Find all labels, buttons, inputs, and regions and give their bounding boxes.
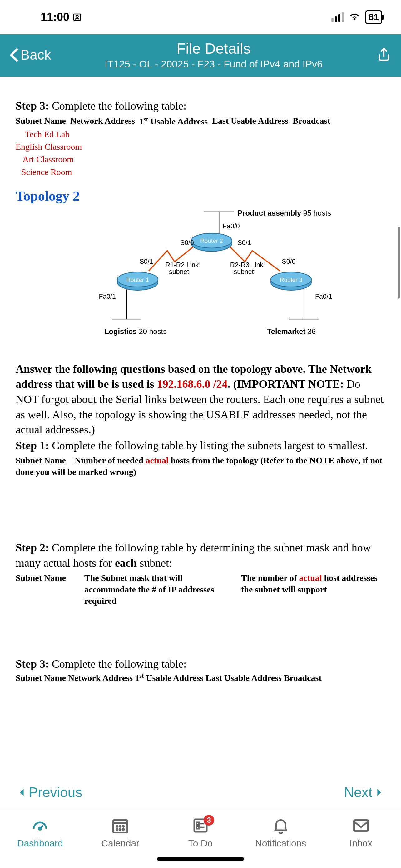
person-card-icon bbox=[72, 12, 82, 22]
topology-title: Topology 2 bbox=[15, 187, 386, 205]
tab-todo[interactable]: 3 To Do bbox=[161, 816, 241, 849]
next-button[interactable]: Next bbox=[344, 784, 382, 800]
step1-headers: Subnet Name Number of needed actual host… bbox=[15, 455, 386, 478]
next-label: Next bbox=[344, 784, 372, 800]
back-label: Back bbox=[21, 47, 51, 63]
label-fa00: Fa0/0 bbox=[223, 222, 240, 230]
label-logistics: Logistics 20 hosts bbox=[104, 328, 167, 336]
calendar-icon bbox=[111, 816, 130, 835]
label-telemarket: Telemarket 36 bbox=[267, 328, 316, 336]
svg-point-22 bbox=[120, 829, 121, 830]
gauge-icon bbox=[31, 816, 49, 835]
step2-title: Step 2: Complete the following table by … bbox=[15, 540, 386, 570]
label-router1: Router 1 bbox=[126, 277, 149, 283]
todo-badge: 3 bbox=[204, 815, 214, 826]
label-router3: Router 3 bbox=[280, 277, 303, 283]
label-s01b: S0/1 bbox=[140, 258, 153, 265]
svg-rect-27 bbox=[196, 827, 199, 829]
bottom-step3-headers: Subnet Name Network Address 1st Usable A… bbox=[15, 672, 386, 684]
document-content[interactable]: Step 3: Complete the following table: Su… bbox=[0, 77, 401, 775]
tab-inbox[interactable]: Inbox bbox=[321, 816, 401, 849]
step2-headers: Subnet Name The Subnet mask that will ac… bbox=[15, 572, 386, 607]
bell-icon bbox=[271, 816, 290, 835]
top-step3-headers: Subnet Name Network Address 1st Usable A… bbox=[15, 115, 386, 127]
tab-inbox-label: Inbox bbox=[349, 838, 372, 849]
instructions-paragraph: Answer the following questions based on … bbox=[15, 362, 386, 437]
svg-line-15 bbox=[40, 826, 43, 829]
tab-calendar-label: Calendar bbox=[101, 838, 139, 849]
svg-rect-29 bbox=[354, 820, 368, 831]
row-tech-ed: Tech Ed Lab bbox=[15, 129, 386, 140]
triangle-left-icon bbox=[19, 788, 25, 797]
topology-diagram: Product assembly 95 hosts Fa0/0 Router 2… bbox=[15, 205, 386, 362]
svg-rect-25 bbox=[196, 823, 199, 825]
label-s01a: S0/1 bbox=[237, 239, 251, 247]
label-s00a: S0/0 bbox=[180, 239, 194, 247]
tab-calendar[interactable]: Calendar bbox=[80, 816, 161, 849]
label-s00b: S0/0 bbox=[282, 258, 295, 265]
triangle-right-icon bbox=[376, 788, 382, 797]
tab-bar: Dashboard Calendar 3 To Do Notifications… bbox=[0, 810, 401, 852]
svg-point-21 bbox=[116, 829, 118, 830]
svg-point-1 bbox=[76, 15, 78, 18]
nav-bar: Back File Details IT125 - OL - 20025 - F… bbox=[0, 34, 401, 77]
wifi-icon bbox=[348, 10, 361, 25]
page-subtitle: IT125 - OL - 20025 - F23 - Fund of IPv4 … bbox=[51, 58, 376, 70]
label-fa01a: Fa0/1 bbox=[99, 293, 115, 300]
label-router2: Router 2 bbox=[200, 238, 223, 244]
tab-notifications[interactable]: Notifications bbox=[240, 816, 321, 849]
previous-label: Previous bbox=[29, 784, 82, 800]
status-time: 11:00 bbox=[41, 11, 69, 24]
share-icon bbox=[376, 46, 392, 62]
top-step3-title: Step 3: Complete the following table: bbox=[15, 99, 386, 114]
bottom-step3-title: Step 3: Complete the following table: bbox=[15, 656, 386, 672]
svg-point-20 bbox=[123, 826, 124, 827]
label-fa01b: Fa0/1 bbox=[315, 293, 332, 300]
cellular-signal-icon bbox=[331, 12, 344, 22]
svg-point-18 bbox=[116, 826, 118, 827]
label-r1r2: R1-R2 Linksubnet bbox=[166, 261, 199, 276]
row-art: Art Classroom bbox=[15, 154, 386, 165]
tab-dashboard[interactable]: Dashboard bbox=[0, 816, 80, 849]
tab-todo-label: To Do bbox=[188, 838, 213, 849]
page-title: File Details bbox=[51, 40, 376, 57]
share-button[interactable] bbox=[376, 46, 392, 63]
back-button[interactable]: Back bbox=[9, 47, 51, 63]
svg-point-23 bbox=[123, 829, 124, 830]
row-science: Science Room bbox=[15, 166, 386, 178]
step1-title: Step 1: Complete the following table by … bbox=[15, 438, 386, 453]
label-r2r3: R2-R3 Linksubnet bbox=[230, 261, 264, 276]
tab-notifications-label: Notifications bbox=[255, 838, 306, 849]
label-product: Product assembly 95 hosts bbox=[237, 209, 331, 217]
row-english: English Classroom bbox=[15, 141, 386, 153]
tab-dashboard-label: Dashboard bbox=[17, 838, 63, 849]
battery-indicator: 81 bbox=[365, 10, 382, 24]
home-indicator[interactable] bbox=[0, 852, 401, 868]
previous-button[interactable]: Previous bbox=[19, 784, 82, 800]
pager: Previous Next bbox=[0, 775, 401, 810]
status-bar: 11:00 81 bbox=[0, 0, 401, 34]
svg-point-19 bbox=[120, 826, 121, 827]
chevron-left-icon bbox=[9, 48, 19, 62]
envelope-icon bbox=[352, 816, 370, 835]
